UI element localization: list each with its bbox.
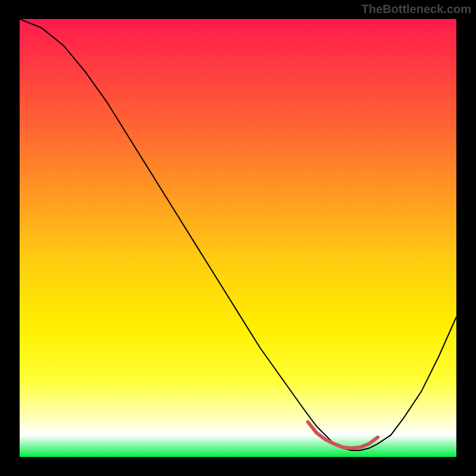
optimal-zone-marker — [308, 422, 378, 448]
watermark-text: TheBottleneck.com — [362, 2, 471, 16]
chart-area — [20, 19, 456, 457]
chart-svg — [20, 19, 456, 457]
bottleneck-curve — [20, 19, 456, 450]
